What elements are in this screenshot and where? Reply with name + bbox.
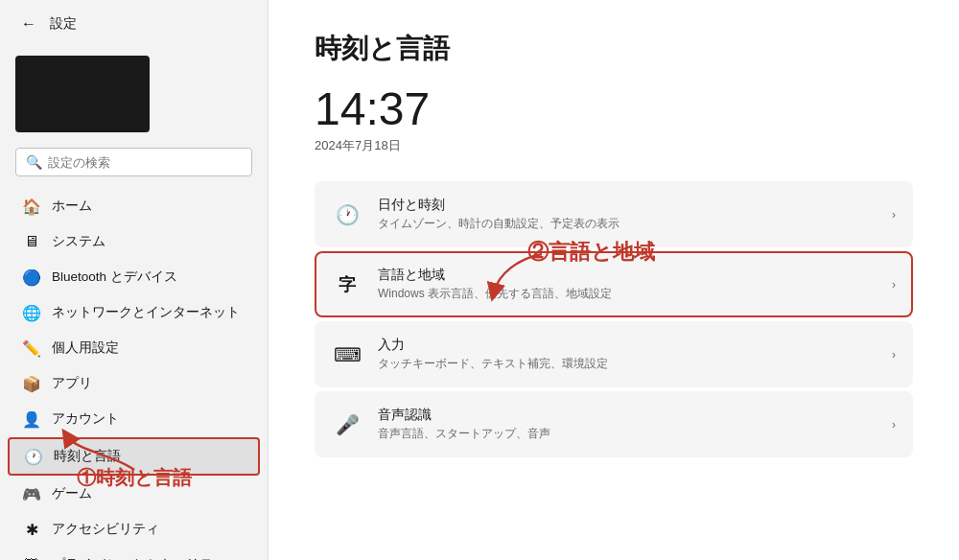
shield-icon: 🛡: [23, 556, 40, 560]
nav-label: アカウント: [52, 410, 119, 428]
language-card-title: 言語と地域: [378, 267, 612, 284]
nav-label: アプリ: [52, 375, 92, 392]
nav-label: プライバシーとセキュリティ: [52, 556, 226, 560]
nav-label: ホーム: [52, 198, 92, 215]
chevron-right-icon-3: ›: [892, 348, 896, 362]
input-card-icon: ⌨: [332, 339, 363, 370]
nav-label: アクセシビリティ: [52, 521, 159, 538]
speech-card-icon: 🎤: [332, 409, 363, 440]
language-card-icon: 字: [332, 269, 363, 300]
sidebar-item-apps[interactable]: 📦 アプリ: [8, 366, 260, 401]
nav-label: 個人用設定: [52, 339, 119, 357]
network-icon: 🌐: [23, 304, 40, 321]
games-icon: 🎮: [23, 485, 40, 502]
speech-card[interactable]: 🎤 音声認識 音声言語、スタートアップ、音声 ›: [315, 391, 913, 457]
pencil-icon: ✏️: [23, 339, 40, 357]
nav-label: 時刻と言語: [54, 448, 121, 465]
sidebar-item-privacy[interactable]: 🛡 プライバシーとセキュリティ: [8, 548, 260, 560]
sidebar-item-system[interactable]: 🖥 システム: [8, 224, 260, 259]
nav-label: ゲーム: [52, 485, 92, 502]
sidebar-item-games[interactable]: 🎮 ゲーム: [8, 477, 260, 511]
main-content: 時刻と言語 14:37 2024年7月18日 🕐 日付と時刻 タイムゾーン、時計…: [269, 0, 959, 560]
date-display: 2024年7月18日: [315, 137, 913, 154]
clock-icon: 🕐: [25, 448, 42, 465]
sidebar-item-time[interactable]: 🕐 時刻と言語: [8, 437, 260, 476]
home-icon: 🏠: [23, 198, 40, 215]
sidebar-header: ← 設定: [0, 0, 268, 48]
sidebar-item-network[interactable]: 🌐 ネットワークとインターネット: [8, 295, 260, 330]
search-box[interactable]: 🔍: [15, 148, 252, 176]
speech-card-text: 音声認識 音声言語、スタートアップ、音声: [378, 407, 550, 442]
datetime-card[interactable]: 🕐 日付と時刻 タイムゾーン、時計の自動設定、予定表の表示 ›: [315, 181, 913, 247]
nav-label: ネットワークとインターネット: [52, 304, 240, 321]
search-icon: 🔍: [26, 154, 42, 170]
nav-list: 🏠 ホーム 🖥 システム 🔵 Bluetooth とデバイス 🌐 ネットワークと…: [0, 184, 268, 560]
system-icon: 🖥: [23, 233, 40, 250]
accounts-icon: 👤: [23, 410, 40, 428]
accessibility-icon: ✱: [23, 521, 40, 538]
chevron-right-icon-4: ›: [892, 418, 896, 432]
datetime-card-title: 日付と時刻: [378, 197, 620, 214]
sidebar-title: 設定: [50, 15, 77, 33]
speech-card-title: 音声認識: [378, 407, 550, 424]
page-title: 時刻と言語: [315, 31, 913, 67]
input-card-desc: タッチキーボード、テキスト補完、環境設定: [378, 356, 608, 372]
datetime-card-text: 日付と時刻 タイムゾーン、時計の自動設定、予定表の表示: [378, 197, 620, 232]
language-card-text: 言語と地域 Windows 表示言語、優先する言語、地域設定: [378, 267, 612, 302]
avatar: [15, 56, 150, 132]
apps-icon: 📦: [23, 375, 40, 392]
sidebar-item-personal[interactable]: ✏️ 個人用設定: [8, 331, 260, 365]
speech-card-desc: 音声言語、スタートアップ、音声: [378, 426, 550, 442]
language-card[interactable]: 字 言語と地域 Windows 表示言語、優先する言語、地域設定 ›: [315, 251, 913, 317]
time-display: 14:37: [315, 82, 913, 135]
nav-label: システム: [52, 233, 105, 250]
datetime-card-desc: タイムゾーン、時計の自動設定、予定表の表示: [378, 216, 620, 232]
sidebar-item-accessibility[interactable]: ✱ アクセシビリティ: [8, 512, 260, 547]
chevron-right-icon-2: ›: [892, 278, 896, 292]
datetime-card-icon: 🕐: [332, 199, 363, 230]
input-card[interactable]: ⌨ 入力 タッチキーボード、テキスト補完、環境設定 ›: [315, 321, 913, 387]
sidebar-item-accounts[interactable]: 👤 アカウント: [8, 402, 260, 436]
nav-label: Bluetooth とデバイス: [52, 268, 177, 286]
back-icon: ←: [21, 15, 36, 32]
search-input[interactable]: [48, 155, 242, 170]
bluetooth-icon: 🔵: [23, 268, 40, 286]
language-card-desc: Windows 表示言語、優先する言語、地域設定: [378, 286, 612, 302]
chevron-right-icon: ›: [892, 208, 896, 222]
sidebar-item-bluetooth[interactable]: 🔵 Bluetooth とデバイス: [8, 260, 260, 294]
sidebar-item-home[interactable]: 🏠 ホーム: [8, 189, 260, 223]
back-button[interactable]: ←: [15, 12, 42, 36]
input-card-text: 入力 タッチキーボード、テキスト補完、環境設定: [378, 337, 608, 372]
input-card-title: 入力: [378, 337, 608, 354]
